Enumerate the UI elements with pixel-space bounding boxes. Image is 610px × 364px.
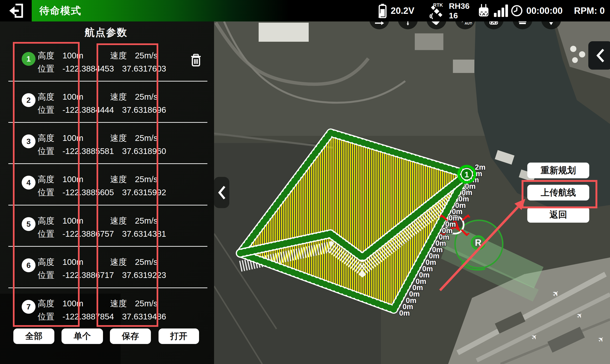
position-label: 位置 <box>38 104 54 116</box>
position-label: 位置 <box>38 63 54 74</box>
waypoint-row-2[interactable]: 2高度100m位置-122.388444437.6318696速度25m/s <box>0 81 214 122</box>
upload-route-button[interactable]: 上传航线 <box>527 185 589 200</box>
waypoint-number: 5 <box>22 217 36 231</box>
right-panel-collapse-button[interactable] <box>588 41 610 70</box>
speed-value: 25m/s <box>135 257 157 267</box>
trash-icon[interactable] <box>190 54 202 67</box>
open-button[interactable]: 打开 <box>158 328 199 344</box>
speed-label: 速度 <box>110 132 127 144</box>
replan-button[interactable]: 重新规划 <box>527 163 589 178</box>
chevron-left-icon <box>218 185 226 200</box>
return-button[interactable]: 返回 <box>527 207 589 223</box>
waypoint-1-label: 1 <box>465 170 469 179</box>
waypoint-number: 1 <box>22 52 36 66</box>
waypoint-1-marker[interactable]: 1 <box>459 166 475 182</box>
waypoint-number: 3 <box>22 134 36 148</box>
longitude-value: -122.3886717 <box>63 270 114 280</box>
rpm-value: RPM: 0 <box>574 0 605 21</box>
altitude-label: 高度 <box>38 91 54 103</box>
waypoint-row-7[interactable]: 7高度100m位置-122.388785437.6319486速度25m/s <box>0 287 214 329</box>
altitude-value: 100m <box>63 51 83 60</box>
waypoint-number: 4 <box>22 176 36 190</box>
altitude-value: 100m <box>63 299 83 308</box>
altitude-label: 高度 <box>38 174 54 185</box>
longitude-value: -122.3887854 <box>63 312 114 321</box>
waypoint-row-1[interactable]: 1高度100m位置-122.388445337.6317603速度25m/s <box>0 39 214 81</box>
position-label: 位置 <box>38 311 54 322</box>
position-label: 位置 <box>38 228 54 240</box>
latitude-value: 37.6319223 <box>122 270 166 280</box>
longitude-value: -122.3884453 <box>63 64 114 73</box>
speed-label: 速度 <box>110 215 127 226</box>
waypoint-panel: 航点参数 1高度100m位置-122.388445337.6317603速度25… <box>0 21 214 364</box>
svg-text:RTK: RTK <box>433 2 443 8</box>
speed-value: 25m/s <box>135 51 157 60</box>
timer-value: 00:00:00 <box>526 6 563 16</box>
speed-value: 25m/s <box>135 92 157 102</box>
altitude-label: 高度 <box>38 298 54 309</box>
rtk-satellite-count: 16 <box>449 11 470 20</box>
all-button[interactable]: 全部 <box>13 328 54 344</box>
sidebar-collapse-button[interactable] <box>214 177 229 208</box>
panel-title: 航点参数 <box>69 26 143 39</box>
speed-label: 速度 <box>110 257 127 268</box>
longitude-value: -122.3884444 <box>63 105 114 115</box>
altitude-label: 高度 <box>38 257 54 268</box>
speed-value: 25m/s <box>135 216 157 225</box>
rtk-satellite-icon: RTK <box>428 2 445 19</box>
waypoint-row-3[interactable]: 3高度100m位置-122.388558137.6318960速度25m/s <box>0 122 214 163</box>
speed-label: 速度 <box>110 50 127 61</box>
latitude-value: 37.6317603 <box>122 64 166 73</box>
speed-label: 速度 <box>110 91 127 103</box>
latitude-value: 37.6318696 <box>122 105 166 115</box>
rc-link-status <box>477 0 508 21</box>
altitude-value: 100m <box>63 174 83 184</box>
all-label: 全部 <box>25 330 42 342</box>
battery-status: 20.2V <box>378 0 414 21</box>
altitude-label: 0m <box>399 309 410 317</box>
waypoint-number: 7 <box>22 300 36 314</box>
exit-button[interactable] <box>0 0 32 21</box>
save-label: 保存 <box>122 330 139 342</box>
position-label: 位置 <box>38 270 54 281</box>
latitude-value: 37.6319486 <box>122 312 166 321</box>
speed-label: 速度 <box>110 298 127 309</box>
map-industrial <box>214 21 488 136</box>
speed-value: 25m/s <box>135 299 157 308</box>
rc-link-icon <box>477 3 491 18</box>
exit-icon <box>8 4 24 18</box>
battery-icon <box>378 3 387 18</box>
upload-route-label: 上传航线 <box>541 187 576 199</box>
waypoint-row-5[interactable]: 5高度100m位置-122.388675737.6314381速度25m/s <box>0 205 214 246</box>
replan-label: 重新规划 <box>541 165 576 176</box>
longitude-value: -122.3885605 <box>63 188 114 197</box>
waypoint-number: 6 <box>22 258 36 272</box>
waypoint-row-6[interactable]: 6高度100m位置-122.388671737.6319223速度25m/s <box>0 246 214 287</box>
speed-label: 速度 <box>110 174 127 185</box>
longitude-value: -122.3885581 <box>63 146 114 156</box>
waypoint-row-4[interactable]: 4高度100m位置-122.388560537.6315992速度25m/s <box>0 163 214 205</box>
save-button[interactable]: 保存 <box>110 328 151 344</box>
waypoint-number: 2 <box>22 93 36 107</box>
altitude-value: 100m <box>63 133 83 143</box>
latitude-value: 37.6314381 <box>122 229 166 239</box>
altitude-label: 高度 <box>38 132 54 144</box>
flight-timer: 00:00:00 <box>511 0 563 21</box>
map-building <box>259 23 309 42</box>
altitude-label: 高度 <box>38 215 54 226</box>
return-label: 返回 <box>549 209 567 221</box>
single-label: 单个 <box>74 330 91 342</box>
single-button[interactable]: 单个 <box>62 328 103 344</box>
rtk-status: RTK RH36 16 <box>428 0 470 21</box>
position-label: 位置 <box>38 187 54 198</box>
speed-value: 25m/s <box>135 133 157 143</box>
chevron-left-icon <box>596 49 605 62</box>
altitude-value: 100m <box>63 257 83 267</box>
rtk-id: RH36 <box>449 1 470 11</box>
latitude-value: 37.6318960 <box>122 146 166 156</box>
position-label: 位置 <box>38 146 54 157</box>
battery-voltage: 20.2V <box>391 6 414 16</box>
clock-icon <box>511 4 523 17</box>
status-bar: 待命模式 20.2V RTK R <box>0 0 610 21</box>
speed-value: 25m/s <box>135 174 157 184</box>
